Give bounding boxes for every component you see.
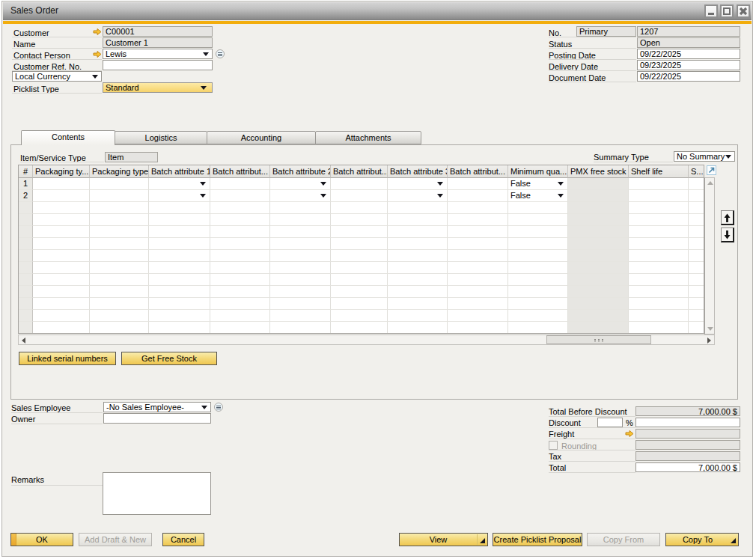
delivery-date-field[interactable]: 09/23/2025 bbox=[637, 60, 740, 70]
total-before-discount-field[interactable]: 7,000.00 $ bbox=[635, 406, 740, 416]
grid-cell[interactable] bbox=[331, 202, 388, 214]
grid-cell[interactable] bbox=[689, 298, 704, 310]
grid-row-number[interactable] bbox=[19, 214, 33, 226]
grid-cell[interactable] bbox=[331, 178, 388, 190]
name-field[interactable]: Customer 1 bbox=[103, 37, 213, 48]
grid-cell[interactable] bbox=[388, 298, 448, 310]
grid-cell[interactable] bbox=[508, 226, 568, 238]
grid-cell[interactable] bbox=[629, 274, 689, 286]
grid-cell[interactable] bbox=[270, 226, 331, 238]
create-picklist-proposal-button[interactable]: Create Picklist Proposal bbox=[493, 533, 582, 546]
grid-cell[interactable] bbox=[331, 214, 388, 226]
copy-to-button[interactable]: Copy To bbox=[665, 533, 739, 546]
grid-column-header[interactable]: Batch attribut... bbox=[331, 165, 388, 178]
grid-cell[interactable] bbox=[149, 214, 210, 226]
grid-cell[interactable] bbox=[33, 250, 90, 262]
grid-cell[interactable] bbox=[568, 214, 629, 226]
grid-cell[interactable] bbox=[508, 286, 568, 298]
grid-cell[interactable] bbox=[90, 250, 149, 262]
grid-cell[interactable] bbox=[331, 226, 388, 238]
grid-cell[interactable] bbox=[90, 178, 149, 190]
maximize-button[interactable] bbox=[720, 4, 734, 18]
grid-horizontal-scrollbar[interactable] bbox=[18, 335, 715, 345]
copy-from-button[interactable]: Copy From bbox=[587, 533, 660, 546]
grid-cell[interactable] bbox=[210, 274, 270, 286]
grid-cell[interactable] bbox=[90, 202, 149, 214]
grid-cell[interactable] bbox=[33, 202, 90, 214]
grid-cell[interactable] bbox=[90, 298, 149, 310]
grid-cell[interactable] bbox=[448, 226, 508, 238]
grid-cell[interactable] bbox=[90, 286, 149, 298]
grid-cell[interactable] bbox=[388, 286, 448, 298]
grid-cell[interactable] bbox=[689, 190, 704, 202]
grid-cell[interactable] bbox=[33, 310, 90, 322]
grid-vertical-scrollbar[interactable] bbox=[704, 177, 715, 335]
grid-cell[interactable] bbox=[388, 238, 448, 250]
posting-date-field[interactable]: 09/22/2025 bbox=[637, 49, 740, 59]
grid-cell[interactable] bbox=[689, 238, 704, 250]
grid-cell[interactable] bbox=[331, 250, 388, 262]
close-button[interactable] bbox=[737, 4, 750, 18]
item-service-type-field[interactable]: Item bbox=[105, 152, 158, 162]
linked-serial-numbers-button[interactable]: Linked serial numbers bbox=[19, 352, 116, 365]
get-free-stock-button[interactable]: Get Free Stock bbox=[121, 352, 217, 365]
grid-cell[interactable] bbox=[689, 202, 704, 214]
grid-cell[interactable] bbox=[33, 298, 90, 310]
link-arrow-icon[interactable] bbox=[625, 430, 634, 438]
grid-cell[interactable] bbox=[689, 214, 704, 226]
grid-cell[interactable] bbox=[331, 262, 388, 274]
grid-cell[interactable] bbox=[629, 226, 689, 238]
grid-cell[interactable] bbox=[508, 322, 568, 334]
grid-cell[interactable] bbox=[33, 214, 90, 226]
grid-row-number[interactable] bbox=[19, 298, 33, 310]
status-field[interactable]: Open bbox=[637, 37, 740, 48]
tab-accounting[interactable]: Accounting bbox=[207, 131, 316, 144]
grid-cell[interactable] bbox=[689, 178, 704, 190]
cancel-button[interactable]: Cancel bbox=[162, 533, 204, 546]
grid-cell[interactable] bbox=[508, 298, 568, 310]
grid-cell[interactable] bbox=[210, 286, 270, 298]
grid-cell[interactable] bbox=[149, 262, 210, 274]
grid-column-header[interactable]: Shelf life bbox=[629, 165, 689, 178]
grid-cell[interactable] bbox=[33, 238, 90, 250]
picklist-type-combo[interactable]: Standard bbox=[103, 82, 213, 93]
grid-cell[interactable] bbox=[270, 202, 331, 214]
grid-cell[interactable] bbox=[388, 262, 448, 274]
grid-cell[interactable] bbox=[629, 250, 689, 262]
grid-row-number[interactable]: 1 bbox=[19, 178, 33, 190]
tab-attachments[interactable]: Attachments bbox=[315, 131, 421, 144]
grid-cell[interactable] bbox=[210, 238, 270, 250]
expand-grid-icon[interactable] bbox=[707, 165, 716, 175]
grid-cell[interactable] bbox=[629, 310, 689, 322]
grid-cell[interactable] bbox=[331, 190, 388, 202]
grid-cell[interactable] bbox=[90, 238, 149, 250]
grid-cell[interactable] bbox=[568, 322, 629, 334]
grid-cell[interactable] bbox=[270, 178, 331, 190]
grid-column-header[interactable]: Batch attribute 3 bbox=[388, 165, 448, 178]
grid-cell[interactable] bbox=[448, 298, 508, 310]
grid-cell[interactable] bbox=[629, 178, 689, 190]
grid-row-number[interactable] bbox=[19, 286, 33, 298]
grid-column-header[interactable]: # bbox=[19, 165, 33, 178]
grid-cell[interactable] bbox=[270, 190, 331, 202]
grid-row-number[interactable] bbox=[19, 238, 33, 250]
choose-from-list-icon[interactable] bbox=[214, 403, 223, 412]
grid-cell[interactable] bbox=[388, 190, 448, 202]
grid-cell[interactable] bbox=[629, 322, 689, 334]
grid-cell[interactable] bbox=[331, 310, 388, 322]
grid-cell[interactable] bbox=[33, 190, 90, 202]
view-button[interactable]: View bbox=[399, 533, 488, 546]
grid-cell[interactable] bbox=[568, 298, 629, 310]
link-arrow-icon[interactable] bbox=[93, 50, 102, 58]
grid-cell[interactable] bbox=[568, 250, 629, 262]
grid-cell[interactable] bbox=[149, 286, 210, 298]
grid-cell[interactable]: False bbox=[508, 190, 568, 202]
grid-cell[interactable] bbox=[689, 274, 704, 286]
grid-cell[interactable] bbox=[388, 310, 448, 322]
grid-cell[interactable] bbox=[33, 274, 90, 286]
grid-cell[interactable] bbox=[448, 322, 508, 334]
grid-cell[interactable] bbox=[270, 286, 331, 298]
grid-cell[interactable] bbox=[331, 274, 388, 286]
rounding-field[interactable] bbox=[635, 440, 740, 450]
grid-cell[interactable] bbox=[33, 286, 90, 298]
